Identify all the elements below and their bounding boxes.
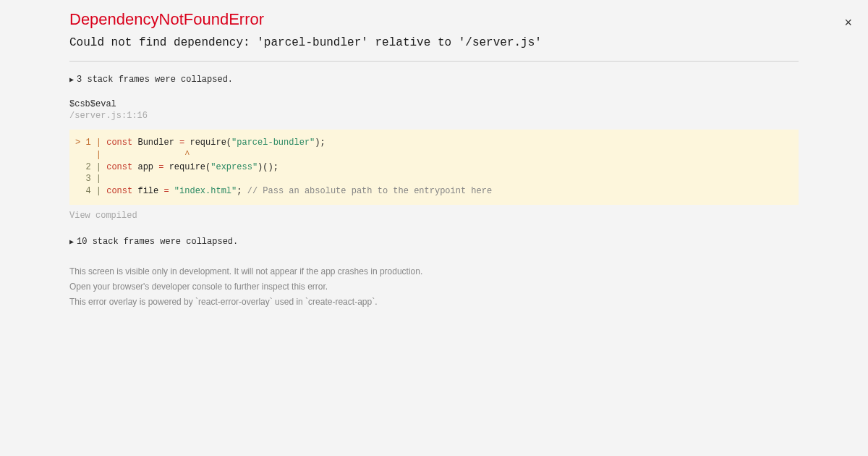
code-keyword: const [106, 186, 132, 196]
view-compiled-link[interactable]: View compiled [69, 211, 799, 221]
code-text: require( [184, 138, 231, 148]
code-snippet: > 1 | const Bundler = require("parcel-bu… [69, 130, 799, 205]
stack-frame-location: /server.js:1:16 [69, 111, 799, 121]
stack-frame-function: $csb$eval [69, 99, 799, 109]
disclosure-icon: ▶ [69, 237, 74, 246]
error-overlay: DependencyNotFoundError Could not find d… [0, 0, 868, 339]
footer-info: This screen is visible only in developme… [69, 266, 799, 308]
error-title: DependencyNotFoundError [69, 10, 799, 29]
code-gutter: 2 | [75, 162, 106, 172]
code-text: Bundler [132, 138, 179, 148]
code-text: )(); [258, 162, 278, 172]
footer-line: This screen is visible only in developme… [69, 266, 799, 278]
code-comment: // Pass an absolute path to the entrypoi… [247, 186, 492, 196]
code-gutter: 3 | [75, 174, 106, 184]
collapsed-frames-bottom-label: 10 stack frames were collapsed. [77, 237, 238, 247]
code-text: ); [315, 138, 325, 148]
collapsed-frames-bottom[interactable]: ▶10 stack frames were collapsed. [69, 237, 799, 247]
code-gutter: > 1 | [75, 138, 106, 148]
disclosure-icon: ▶ [69, 75, 74, 84]
code-caret-line: | ^ [75, 150, 190, 160]
code-keyword: const [106, 138, 132, 148]
collapsed-frames-top-label: 3 stack frames were collapsed. [77, 75, 233, 85]
code-operator: = [163, 186, 169, 196]
code-string: "index.html" [174, 186, 237, 196]
code-string: "parcel-bundler" [231, 138, 315, 148]
error-message: Could not find dependency: 'parcel-bundl… [69, 36, 799, 49]
code-text: ; [237, 186, 247, 196]
code-text [169, 186, 174, 196]
code-text: app [132, 162, 158, 172]
code-gutter: 4 | [75, 186, 106, 196]
code-text: require( [163, 162, 210, 172]
code-keyword: const [106, 162, 132, 172]
code-text: file [132, 186, 163, 196]
code-string: "express" [210, 162, 258, 172]
close-button[interactable]: × [841, 13, 855, 32]
collapsed-frames-top[interactable]: ▶3 stack frames were collapsed. [69, 75, 799, 85]
footer-line: This error overlay is powered by `react-… [69, 296, 799, 308]
footer-line: Open your browser's developer console to… [69, 281, 799, 293]
divider [69, 61, 799, 62]
